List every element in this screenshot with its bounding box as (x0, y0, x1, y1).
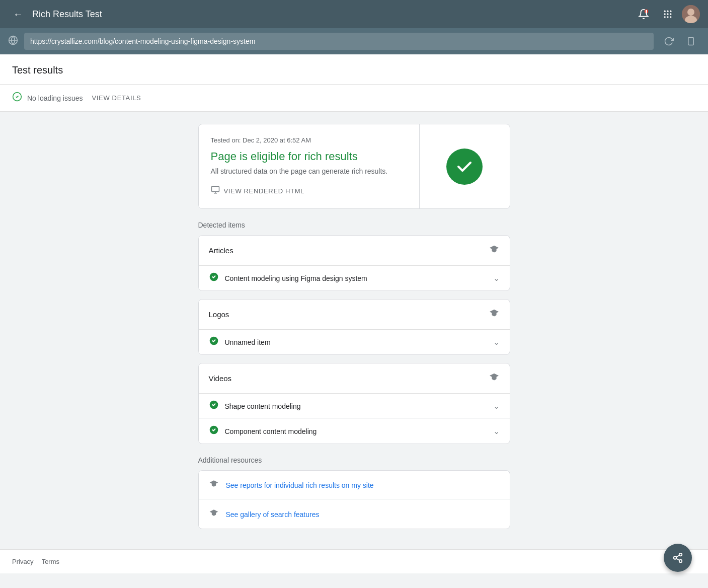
header-icons: ! (634, 4, 700, 24)
additional-icon-2 (209, 508, 219, 521)
app-header: ← Rich Results Test ! (0, 0, 708, 28)
notification-icon[interactable]: ! (634, 4, 654, 24)
svg-point-8 (664, 16, 666, 18)
additional-item-1-text: See reports for individual rich results … (226, 481, 374, 489)
globe-icon (8, 35, 18, 48)
article-item-1-name: Content modeling using Figma design syst… (225, 274, 487, 282)
item-check-icon (209, 272, 219, 284)
item-check-icon-3 (209, 400, 219, 412)
logo-item-1-name: Unnamed item (225, 338, 487, 346)
result-card-right (419, 124, 510, 208)
view-rendered-html-button[interactable]: VIEW RENDERED HTML (211, 185, 407, 196)
detected-section-title: Detected items (198, 221, 510, 229)
logos-title: Logos (209, 310, 229, 319)
test-results-header: Test results (0, 54, 708, 85)
privacy-link[interactable]: Privacy (12, 558, 34, 565)
graduation-cap-icon (489, 244, 500, 257)
apps-icon[interactable] (658, 4, 678, 24)
svg-point-12 (687, 9, 694, 16)
svg-point-6 (667, 13, 668, 15)
articles-card: Articles Content modeling using Figma de… (198, 235, 510, 291)
svg-point-26 (679, 553, 682, 556)
videos-title: Videos (209, 374, 232, 383)
logos-card-header: Logos (199, 300, 510, 330)
additional-icon-1 (209, 479, 219, 491)
share-fab[interactable] (664, 544, 692, 572)
page-title: Test results (12, 64, 696, 76)
view-details-button[interactable]: VIEW DETAILS (92, 94, 141, 102)
svg-point-9 (667, 16, 668, 18)
loading-status: No loading issues (27, 94, 83, 102)
result-card: Tested on: Dec 2, 2020 at 6:52 AM Page i… (198, 124, 510, 209)
article-item-1[interactable]: Content modeling using Figma design syst… (199, 266, 510, 290)
chevron-down-icon-3[interactable]: ⌄ (493, 401, 500, 411)
logos-card: Logos Unnamed item ⌄ (198, 299, 510, 355)
url-input[interactable] (24, 33, 654, 50)
videos-card-header: Videos (199, 363, 510, 394)
additional-item-2-text: See gallery of search features (226, 510, 320, 519)
video-item-2-name: Component content modeling (225, 427, 487, 435)
item-check-icon-2 (209, 336, 219, 348)
back-button[interactable]: ← (8, 4, 28, 24)
svg-point-10 (670, 16, 671, 18)
html-icon (211, 185, 220, 196)
main-content: Test results No loading issues VIEW DETA… (0, 54, 708, 112)
svg-point-5 (664, 13, 666, 15)
chevron-down-icon-2[interactable]: ⌄ (493, 337, 500, 347)
success-icon (446, 149, 483, 185)
loading-check-icon (12, 92, 22, 104)
videos-card: Videos Shape content modeling ⌄ (198, 363, 510, 444)
avatar[interactable] (682, 5, 700, 23)
articles-card-header: Articles (199, 236, 510, 266)
graduation-cap-icon-2 (489, 308, 500, 321)
content-area: Tested on: Dec 2, 2020 at 6:52 AM Page i… (0, 112, 708, 549)
additional-resources-card: See reports for individual rich results … (198, 470, 510, 529)
item-check-icon-4 (209, 425, 219, 437)
graduation-cap-icon-3 (489, 372, 500, 385)
eligible-description: All structured data on the page can gene… (211, 167, 407, 175)
video-item-1[interactable]: Shape content modeling ⌄ (199, 394, 510, 419)
articles-title: Articles (209, 246, 233, 255)
chevron-down-icon[interactable]: ⌄ (493, 273, 500, 283)
result-card-left: Tested on: Dec 2, 2020 at 6:52 AM Page i… (199, 124, 419, 208)
svg-point-4 (670, 11, 671, 12)
video-item-2[interactable]: Component content modeling ⌄ (199, 419, 510, 444)
mobile-icon[interactable] (682, 32, 700, 50)
footer: Privacy Terms (0, 549, 708, 573)
eligible-title: Page is eligible for rich results (211, 150, 407, 163)
svg-rect-19 (211, 186, 219, 192)
svg-point-3 (667, 11, 668, 12)
chevron-down-icon-4[interactable]: ⌄ (493, 426, 500, 436)
additional-section-title: Additional resources (198, 456, 510, 464)
refresh-icon[interactable] (660, 32, 678, 50)
view-html-label: VIEW RENDERED HTML (224, 187, 305, 195)
logo-item-1[interactable]: Unnamed item ⌄ (199, 330, 510, 354)
svg-line-30 (676, 555, 679, 557)
svg-point-27 (674, 556, 677, 559)
url-bar (0, 28, 708, 54)
url-actions (660, 32, 700, 50)
terms-link[interactable]: Terms (42, 558, 59, 565)
additional-item-2[interactable]: See gallery of search features (199, 500, 510, 529)
svg-text:!: ! (646, 10, 647, 14)
svg-point-28 (679, 560, 682, 563)
svg-line-29 (676, 558, 679, 560)
tested-on-text: Tested on: Dec 2, 2020 at 6:52 AM (211, 136, 407, 144)
svg-point-7 (670, 13, 671, 15)
video-item-1-name: Shape content modeling (225, 402, 487, 410)
app-title: Rich Results Test (32, 9, 634, 20)
loading-bar: No loading issues VIEW DETAILS (0, 85, 708, 112)
svg-point-2 (664, 11, 666, 12)
additional-item-1[interactable]: See reports for individual rich results … (199, 471, 510, 500)
